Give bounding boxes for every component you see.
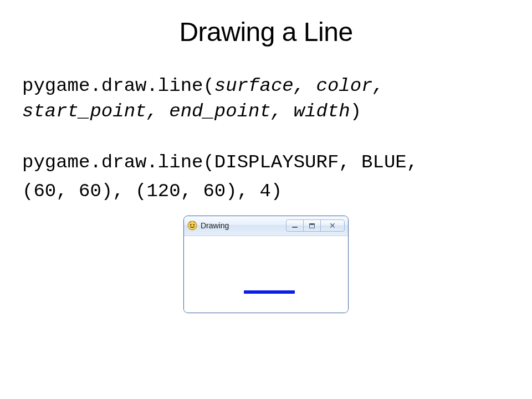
app-icon [187, 221, 197, 231]
window-buttons: ✕ [287, 219, 345, 232]
maximize-icon [309, 223, 315, 228]
slide-title: Drawing a Line [22, 17, 510, 47]
code-signature: pygame.draw.line(surface, color, start_p… [22, 74, 510, 125]
close-button[interactable]: ✕ [320, 219, 345, 232]
maximize-button[interactable] [303, 219, 321, 232]
signature-close: ) [350, 101, 361, 122]
example-window: Drawing ✕ [183, 216, 349, 313]
example-window-wrap: Drawing ✕ [22, 216, 510, 313]
minimize-button[interactable] [286, 219, 304, 232]
drawn-line [244, 290, 295, 294]
signature-prefix: pygame.draw.line( [22, 75, 214, 96]
svg-point-1 [190, 224, 191, 225]
canvas-area [184, 236, 348, 313]
svg-point-2 [193, 224, 195, 225]
minimize-icon [292, 227, 298, 228]
close-icon: ✕ [329, 222, 336, 229]
titlebar: Drawing ✕ [184, 216, 348, 236]
window-title: Drawing [201, 221, 229, 230]
code-example-line2: (60, 60), (120, 60), 4) [22, 179, 510, 204]
code-example-line1: pygame.draw.line(DISPLAYSURF, BLUE, [22, 150, 510, 176]
